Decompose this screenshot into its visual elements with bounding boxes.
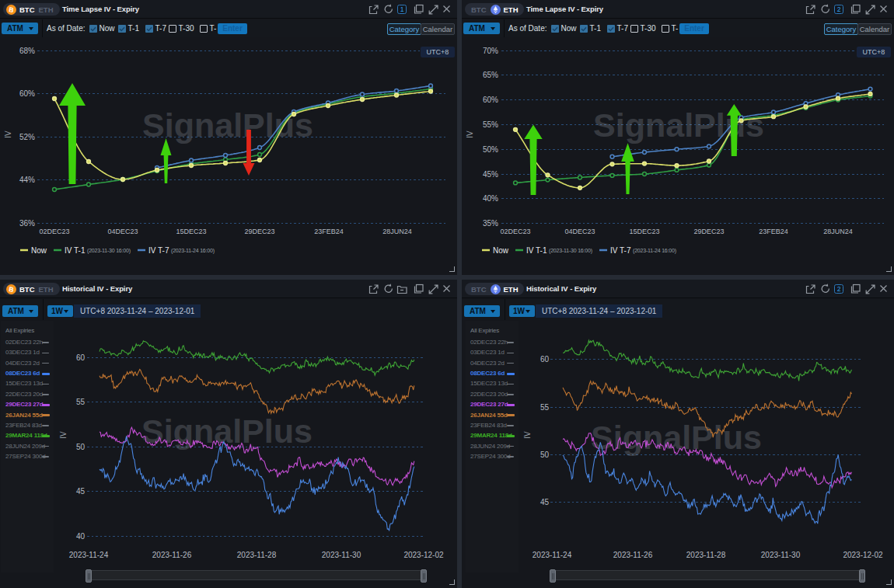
svg-text:15DEC23: 15DEC23 [176,228,206,235]
svg-text:IV: IV [523,431,532,439]
svg-text:60%: 60% [483,96,498,104]
svg-text:IV T-1: IV T-1 [526,246,547,255]
svg-text:2023-11-26: 2023-11-26 [152,551,192,559]
svg-text:68%: 68% [19,47,35,55]
svg-text:Now: Now [31,246,47,255]
svg-text:2023-12-02: 2023-12-02 [843,551,883,559]
svg-text:04DEC23: 04DEC23 [564,228,595,235]
svg-text:50: 50 [76,443,86,451]
svg-text:50%: 50% [483,145,498,154]
svg-text:(2023-11-30 16:00): (2023-11-30 16:00) [549,248,592,254]
svg-text:55: 55 [540,403,550,412]
svg-text:(2023-11-24 16:00): (2023-11-24 16:00) [633,248,676,254]
svg-text:IV: IV [59,431,68,439]
svg-text:2023-12-02: 2023-12-02 [403,551,444,559]
svg-text:23FEB24: 23FEB24 [759,228,788,235]
svg-text:70%: 70% [483,47,498,55]
svg-text:60%: 60% [19,89,35,98]
svg-text:2023-11-26: 2023-11-26 [613,551,653,559]
svg-text:45%: 45% [483,170,498,179]
svg-text:1: 1 [400,5,404,13]
svg-text:2023-11-24: 2023-11-24 [69,551,109,559]
svg-text:2023-11-28: 2023-11-28 [686,551,726,559]
svg-text:IV T-7: IV T-7 [610,246,631,255]
svg-text:2023-11-24: 2023-11-24 [533,551,572,559]
svg-text:60: 60 [540,355,550,364]
svg-text:Now: Now [493,246,509,255]
svg-text:2023-11-30: 2023-11-30 [761,551,801,559]
svg-text:2023-11-28: 2023-11-28 [237,551,277,559]
svg-text:35%: 35% [483,219,498,228]
svg-text:29DEC23: 29DEC23 [693,228,724,235]
svg-text:65%: 65% [483,71,498,79]
svg-text:50: 50 [540,451,550,459]
svg-text:02DEC23: 02DEC23 [39,228,69,235]
svg-text:IV T-7: IV T-7 [148,246,169,255]
svg-text:23FEB24: 23FEB24 [314,228,344,235]
svg-text:02DEC23: 02DEC23 [500,228,530,235]
svg-text:IV: IV [4,130,12,138]
svg-text:28JUN24: 28JUN24 [382,228,412,235]
svg-text:29DEC23: 29DEC23 [244,228,274,235]
svg-text:SignalPlus: SignalPlus [591,419,762,456]
svg-text:IV T-1: IV T-1 [65,246,86,255]
svg-text:45: 45 [76,487,86,496]
svg-text:IV: IV [466,130,474,138]
svg-text:04DEC23: 04DEC23 [107,228,138,235]
svg-text:(2023-11-30 16:00): (2023-11-30 16:00) [87,248,131,254]
svg-text:(2023-11-24 16:00): (2023-11-24 16:00) [171,248,215,254]
svg-text:55: 55 [76,398,86,406]
svg-text:28JUN24: 28JUN24 [823,228,853,235]
svg-text:45: 45 [540,498,550,506]
svg-text:60: 60 [76,353,86,362]
svg-text:44%: 44% [19,176,35,184]
svg-text:SignalPlus: SignalPlus [142,106,313,144]
svg-text:36%: 36% [19,219,35,228]
svg-text:55%: 55% [483,120,498,129]
svg-text:2: 2 [837,285,841,293]
svg-text:52%: 52% [19,133,35,141]
svg-text:40%: 40% [483,194,498,203]
svg-text:40: 40 [76,532,86,541]
svg-text:2023-11-30: 2023-11-30 [322,551,361,559]
svg-text:15DEC23: 15DEC23 [629,228,659,235]
svg-text:2: 2 [837,5,841,13]
